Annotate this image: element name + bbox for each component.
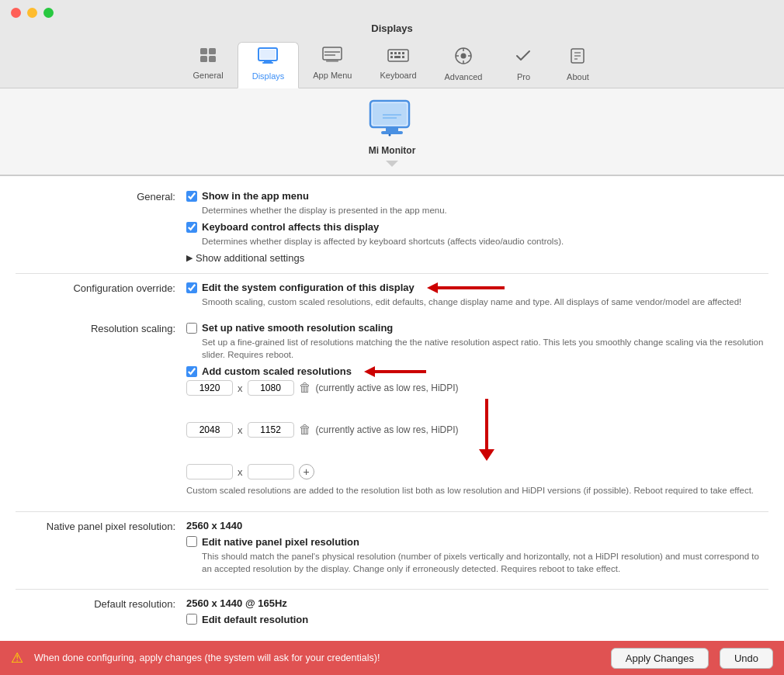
warning-text: When done configuring, apply changes (th… bbox=[34, 652, 600, 663]
show-additional-toggle[interactable]: ▶ Show additional settings bbox=[186, 252, 768, 264]
edit-default-label: Edit default resolution bbox=[202, 614, 308, 625]
svg-rect-33 bbox=[381, 131, 403, 134]
svg-rect-6 bbox=[262, 62, 273, 64]
general-content: Show in the app menu Determines whether … bbox=[186, 190, 768, 264]
advanced-icon bbox=[454, 47, 473, 70]
edit-native-checkbox[interactable] bbox=[186, 536, 197, 547]
native-panel-value: 2560 x 1440 bbox=[186, 520, 768, 531]
monitor-display-icon bbox=[369, 99, 415, 142]
svg-rect-14 bbox=[394, 52, 397, 54]
divider-2 bbox=[16, 511, 768, 512]
show-in-app-menu-checkbox[interactable] bbox=[186, 191, 197, 202]
tab-pro[interactable]: Pro bbox=[496, 42, 550, 88]
apply-changes-button[interactable]: Apply Changes bbox=[611, 648, 709, 669]
res2-width-input[interactable] bbox=[186, 422, 233, 438]
custom-res-desc: Custom scaled resolutions are added to t… bbox=[186, 484, 768, 497]
svg-rect-19 bbox=[402, 56, 404, 58]
tab-advanced[interactable]: Advanced bbox=[431, 42, 497, 88]
app-menu-icon bbox=[322, 47, 342, 68]
resolution-row-1: x 🗑 (currently active as low res, HiDPI) bbox=[186, 380, 768, 396]
svg-rect-15 bbox=[398, 52, 401, 54]
title-bar: Displays General bbox=[0, 0, 784, 88]
config-override-section: Configuration override: Edit the system … bbox=[16, 282, 768, 313]
main-content: General: Show in the app menu Determines… bbox=[0, 175, 784, 641]
general-label: General: bbox=[16, 190, 186, 202]
res2-delete-button[interactable]: 🗑 bbox=[299, 423, 311, 437]
edit-default-checkbox[interactable] bbox=[186, 614, 197, 625]
tab-keyboard[interactable]: Keyboard bbox=[366, 42, 430, 88]
new-res-width-input[interactable] bbox=[186, 464, 233, 479]
general-icon bbox=[199, 47, 217, 68]
add-custom-label: Add custom scaled resolutions bbox=[202, 365, 352, 377]
displays-icon bbox=[258, 47, 278, 69]
res2-x-label: x bbox=[238, 424, 243, 436]
default-resolution-section: Default resolution: 2560 x 1440 @ 165Hz … bbox=[16, 597, 768, 628]
new-res-height-input[interactable] bbox=[248, 464, 294, 479]
tab-app-menu[interactable]: App Menu bbox=[299, 42, 366, 88]
svg-rect-5 bbox=[264, 61, 272, 62]
svg-rect-0 bbox=[200, 48, 207, 54]
native-smooth-checkbox[interactable] bbox=[186, 323, 197, 334]
resolution-scaling-label: Resolution scaling: bbox=[16, 322, 186, 334]
tab-displays[interactable]: Displays bbox=[238, 42, 300, 88]
svg-rect-3 bbox=[209, 56, 216, 62]
edit-system-config-desc: Smooth scaling, custom scaled resolution… bbox=[202, 296, 768, 308]
monitor-name: Mi Monitor bbox=[369, 145, 416, 156]
native-panel-label: Native panel pixel resolution: bbox=[16, 520, 186, 532]
svg-rect-7 bbox=[260, 50, 276, 59]
tab-general-label: General bbox=[193, 71, 224, 80]
default-resolution-content: 2560 x 1440 @ 165Hz Edit default resolut… bbox=[186, 597, 768, 628]
edit-native-label: Edit native panel pixel resolution bbox=[202, 536, 359, 548]
tab-keyboard-label: Keyboard bbox=[380, 71, 416, 80]
edit-native-desc: This should match the panel's physical r… bbox=[202, 550, 768, 575]
close-button[interactable] bbox=[11, 8, 21, 18]
window-title: Displays bbox=[371, 22, 412, 34]
nav-tabs: General Displays bbox=[179, 42, 605, 88]
minimize-button[interactable] bbox=[27, 8, 37, 18]
tab-about-label: About bbox=[567, 72, 589, 81]
svg-rect-32 bbox=[386, 127, 398, 131]
add-custom-checkbox[interactable] bbox=[186, 366, 197, 377]
keyboard-control-checkbox[interactable] bbox=[186, 222, 197, 233]
edit-system-config-checkbox[interactable] bbox=[186, 282, 197, 293]
undo-button[interactable]: Undo bbox=[720, 648, 773, 669]
svg-rect-18 bbox=[394, 56, 401, 58]
bottom-bar: ⚠ When done configuring, apply changes (… bbox=[0, 641, 784, 675]
default-resolution-value: 2560 x 1440 @ 165Hz bbox=[186, 597, 768, 609]
svg-rect-1 bbox=[209, 48, 216, 54]
svg-rect-9 bbox=[324, 51, 340, 53]
native-smooth-desc: Set up a fine-grained list of resolution… bbox=[202, 336, 768, 361]
res1-delete-button[interactable]: 🗑 bbox=[299, 381, 311, 395]
svg-rect-41 bbox=[485, 399, 488, 449]
res1-height-input[interactable] bbox=[248, 380, 294, 396]
tab-about[interactable]: About bbox=[550, 42, 605, 88]
warning-icon: ⚠ bbox=[11, 649, 23, 666]
keyboard-control-desc: Determines whether display is affected b… bbox=[202, 235, 768, 248]
resolution-scaling-content: Set up native smooth resolution scaling … bbox=[186, 322, 768, 501]
res1-note: (currently active as low res, HiDPI) bbox=[316, 382, 459, 393]
tab-general[interactable]: General bbox=[179, 42, 238, 88]
keyboard-control-row: Keyboard control affects this display bbox=[186, 221, 768, 233]
monitor-section: Mi Monitor bbox=[0, 88, 784, 175]
res1-width-input[interactable] bbox=[186, 380, 233, 396]
native-panel-section: Native panel pixel resolution: 2560 x 14… bbox=[16, 520, 768, 580]
svg-point-34 bbox=[389, 134, 391, 137]
keyboard-control-label: Keyboard control affects this display bbox=[202, 221, 379, 233]
default-resolution-label: Default resolution: bbox=[16, 597, 186, 610]
arrow-annotation-1 bbox=[427, 282, 505, 293]
svg-rect-2 bbox=[200, 56, 207, 62]
svg-rect-12 bbox=[388, 50, 408, 61]
res2-height-input[interactable] bbox=[248, 422, 294, 438]
svg-rect-10 bbox=[324, 54, 335, 56]
add-resolution-button[interactable]: + bbox=[299, 464, 314, 479]
tab-advanced-label: Advanced bbox=[445, 72, 483, 81]
show-additional-label: Show additional settings bbox=[196, 252, 304, 264]
add-custom-row: Add custom scaled resolutions bbox=[186, 365, 768, 377]
maximize-button[interactable] bbox=[43, 8, 54, 18]
chevron-right-icon: ▶ bbox=[186, 253, 193, 263]
native-smooth-label: Set up native smooth resolution scaling bbox=[202, 322, 393, 334]
svg-rect-11 bbox=[326, 60, 338, 62]
keyboard-icon bbox=[387, 47, 409, 68]
edit-default-row: Edit default resolution bbox=[186, 614, 768, 625]
show-in-app-menu-label: Show in the app menu bbox=[202, 190, 309, 202]
